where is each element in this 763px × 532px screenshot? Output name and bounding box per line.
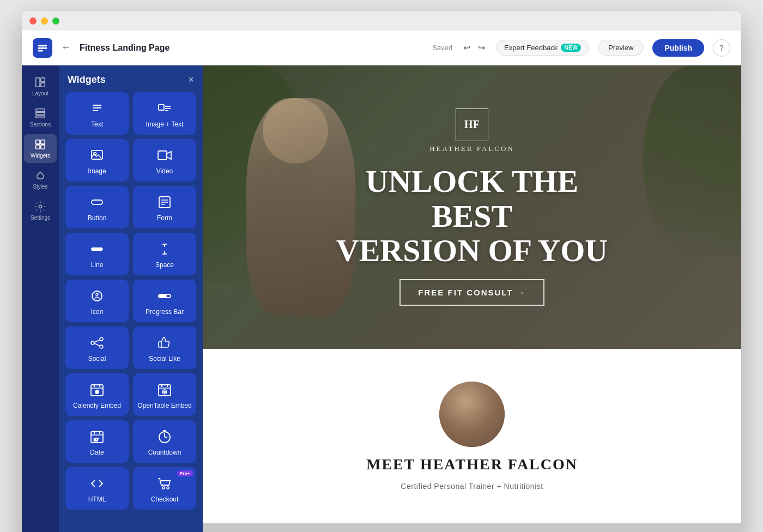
sidebar-item-styles[interactable]: Styles: [24, 165, 57, 194]
hero-headline-line1: UNLOCK THE BEST: [366, 164, 579, 234]
svg-point-35: [96, 293, 98, 295]
widgets-panel-header: Widgets ×: [59, 65, 203, 92]
widget-form-label: Form: [157, 214, 172, 222]
sidebar-item-settings-label: Settings: [31, 215, 50, 221]
sidebar-nav: Layout Sections Widgets: [22, 65, 59, 532]
maximize-window-button[interactable]: [52, 17, 59, 25]
widget-date-label: Date: [90, 449, 104, 456]
widget-video-label: Video: [156, 167, 173, 175]
svg-line-42: [94, 343, 100, 346]
widget-checkout-label: Checkout: [151, 495, 179, 503]
widget-social-like-label: Social Like: [149, 355, 180, 362]
expert-feedback-button[interactable]: Expert Feedback NEW: [496, 40, 589, 56]
widget-countdown[interactable]: Countdown: [133, 420, 196, 463]
widget-progress-bar-label: Progress Bar: [146, 308, 184, 316]
svg-rect-5: [41, 83, 45, 87]
hero-section: HF HEATHER FALCON UNLOCK THE BEST VERSIO…: [203, 65, 741, 349]
publish-button[interactable]: Publish: [652, 39, 704, 57]
trainer-avatar-image: [439, 382, 505, 447]
svg-point-47: [95, 390, 99, 394]
svg-rect-1: [38, 47, 47, 49]
widget-form[interactable]: Form: [133, 186, 196, 228]
about-section: MEET HEATHER FALCON Certified Personal T…: [203, 349, 741, 523]
svg-point-64: [167, 487, 169, 489]
widget-checkout[interactable]: Pro+ Checkout: [133, 467, 196, 510]
widget-calendly-embed[interactable]: Calendly Embed: [65, 373, 129, 416]
hero-headline-line2: VERSION OF YOU: [336, 233, 608, 268]
sidebar-item-sections[interactable]: Sections: [24, 103, 57, 132]
svg-rect-4: [41, 78, 45, 82]
svg-text:17: 17: [94, 437, 99, 442]
widget-image-text-label: Image + Text: [146, 120, 184, 128]
minimize-window-button[interactable]: [41, 17, 48, 25]
trainer-title: Certified Personal Trainer + Nutritionis…: [401, 482, 543, 491]
svg-point-34: [92, 291, 102, 301]
widget-social-label: Social: [88, 355, 106, 362]
svg-line-41: [94, 340, 100, 343]
svg-rect-6: [36, 109, 45, 112]
svg-rect-17: [159, 105, 164, 110]
preview-button[interactable]: Preview: [598, 40, 644, 56]
pro-badge: Pro+: [177, 470, 193, 476]
hero-headline: UNLOCK THE BEST VERSION OF YOU: [330, 164, 614, 268]
redo-button[interactable]: ↪: [476, 40, 487, 55]
widget-opentable-embed[interactable]: OpenTable Embed: [133, 373, 196, 416]
expert-feedback-label: Expert Feedback: [504, 44, 558, 52]
hero-content: HF HEATHER FALCON UNLOCK THE BEST VERSIO…: [203, 65, 741, 349]
hero-logo-box: HF: [456, 108, 488, 141]
widget-social[interactable]: Social: [65, 327, 129, 369]
svg-rect-37: [159, 294, 166, 298]
widget-icon-label: Icon: [91, 308, 104, 316]
svg-rect-24: [92, 200, 102, 204]
svg-rect-9: [36, 140, 40, 144]
canvas-area: HF HEATHER FALCON UNLOCK THE BEST VERSIO…: [203, 65, 741, 532]
svg-point-38: [91, 341, 94, 344]
widget-icon[interactable]: Icon: [65, 280, 129, 322]
widget-text[interactable]: Text: [65, 92, 129, 135]
main-area: Layout Sections Widgets: [22, 65, 741, 532]
mac-titlebar: [22, 11, 741, 31]
svg-point-53: [164, 391, 166, 393]
widget-html[interactable]: HTML: [65, 467, 129, 510]
widget-button-label: Button: [88, 214, 107, 222]
widget-button[interactable]: Button: [65, 186, 129, 228]
widget-image-label: Image: [88, 167, 106, 175]
widget-opentable-label: OpenTable Embed: [137, 402, 191, 409]
sidebar-item-widgets-label: Widgets: [31, 153, 50, 159]
hero-logo-name: HEATHER FALCON: [429, 144, 514, 153]
toolbar: ← Fitness Landing Page Saved ↩ ↪ Expert …: [22, 31, 741, 65]
svg-rect-23: [158, 151, 167, 160]
close-window-button[interactable]: [29, 17, 37, 25]
svg-rect-11: [36, 145, 40, 149]
widget-countdown-label: Countdown: [148, 449, 181, 456]
widgets-panel: Widgets × Text: [59, 65, 203, 532]
widget-space[interactable]: Space: [133, 233, 196, 275]
help-button[interactable]: ?: [713, 39, 730, 57]
back-button[interactable]: ←: [61, 42, 71, 53]
widget-image-text[interactable]: Image + Text: [133, 92, 196, 135]
svg-rect-3: [36, 78, 40, 87]
widget-video[interactable]: Video: [133, 139, 196, 182]
saved-indicator: Saved: [432, 44, 452, 52]
sidebar-item-widgets[interactable]: Widgets: [24, 134, 57, 163]
sidebar-item-layout[interactable]: Layout: [24, 72, 57, 101]
svg-rect-8: [36, 116, 45, 118]
hero-logo: HF HEATHER FALCON: [429, 108, 514, 153]
widget-line[interactable]: Line: [65, 233, 129, 275]
hero-cta-button[interactable]: FREE FIT CONSULT →: [399, 279, 544, 306]
widget-date[interactable]: 17 Date: [65, 420, 129, 463]
widget-text-label: Text: [91, 120, 103, 128]
widget-social-like[interactable]: Social Like: [133, 327, 196, 369]
sidebar-item-settings[interactable]: Settings: [24, 196, 57, 225]
widgets-panel-title: Widgets: [68, 74, 106, 86]
svg-rect-7: [36, 112, 45, 115]
undo-button[interactable]: ↩: [461, 40, 473, 55]
sidebar-item-styles-label: Styles: [33, 184, 47, 190]
widget-html-label: HTML: [88, 495, 106, 503]
svg-rect-12: [41, 145, 45, 149]
widget-image[interactable]: Image: [65, 139, 129, 182]
widgets-close-button[interactable]: ×: [188, 74, 194, 86]
widget-space-label: Space: [155, 261, 174, 269]
sidebar-item-layout-label: Layout: [32, 90, 49, 96]
widget-progress-bar[interactable]: Progress Bar: [133, 280, 196, 322]
